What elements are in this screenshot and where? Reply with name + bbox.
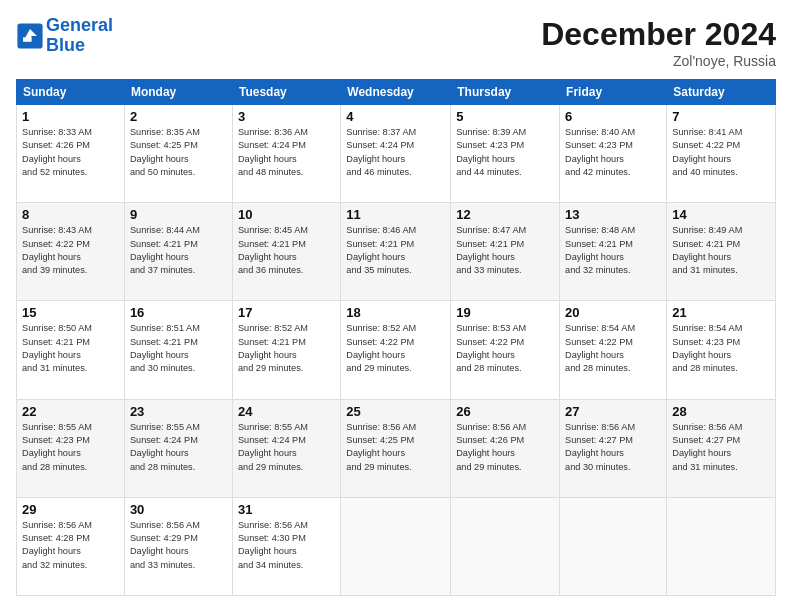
day-number: 12 (456, 207, 554, 222)
days-header-row: SundayMondayTuesdayWednesdayThursdayFrid… (17, 80, 776, 105)
day-info: Sunrise: 8:36 AMSunset: 4:24 PMDaylight … (238, 126, 335, 179)
day-number: 20 (565, 305, 661, 320)
title-area: December 2024 Zol'noye, Russia (541, 16, 776, 69)
day-info: Sunrise: 8:55 AMSunset: 4:24 PMDaylight … (238, 421, 335, 474)
day-number: 14 (672, 207, 770, 222)
calendar-body: 1Sunrise: 8:33 AMSunset: 4:26 PMDaylight… (17, 105, 776, 596)
day-header-sunday: Sunday (17, 80, 125, 105)
calendar-cell: 3Sunrise: 8:36 AMSunset: 4:24 PMDaylight… (232, 105, 340, 203)
day-number: 7 (672, 109, 770, 124)
logo-line2: Blue (46, 35, 85, 55)
day-info: Sunrise: 8:54 AMSunset: 4:23 PMDaylight … (672, 322, 770, 375)
day-number: 8 (22, 207, 119, 222)
calendar-cell: 4Sunrise: 8:37 AMSunset: 4:24 PMDaylight… (341, 105, 451, 203)
calendar-cell: 28Sunrise: 8:56 AMSunset: 4:27 PMDayligh… (667, 399, 776, 497)
logo-icon (16, 22, 44, 50)
calendar-cell: 29Sunrise: 8:56 AMSunset: 4:28 PMDayligh… (17, 497, 125, 595)
day-number: 13 (565, 207, 661, 222)
day-number: 22 (22, 404, 119, 419)
calendar-cell: 19Sunrise: 8:53 AMSunset: 4:22 PMDayligh… (451, 301, 560, 399)
day-info: Sunrise: 8:52 AMSunset: 4:21 PMDaylight … (238, 322, 335, 375)
day-info: Sunrise: 8:37 AMSunset: 4:24 PMDaylight … (346, 126, 445, 179)
logo: General Blue (16, 16, 113, 56)
day-info: Sunrise: 8:41 AMSunset: 4:22 PMDaylight … (672, 126, 770, 179)
day-number: 16 (130, 305, 227, 320)
calendar-cell: 30Sunrise: 8:56 AMSunset: 4:29 PMDayligh… (124, 497, 232, 595)
calendar-cell: 26Sunrise: 8:56 AMSunset: 4:26 PMDayligh… (451, 399, 560, 497)
day-header-saturday: Saturday (667, 80, 776, 105)
day-info: Sunrise: 8:46 AMSunset: 4:21 PMDaylight … (346, 224, 445, 277)
day-info: Sunrise: 8:51 AMSunset: 4:21 PMDaylight … (130, 322, 227, 375)
day-info: Sunrise: 8:56 AMSunset: 4:26 PMDaylight … (456, 421, 554, 474)
day-number: 31 (238, 502, 335, 517)
calendar-cell: 15Sunrise: 8:50 AMSunset: 4:21 PMDayligh… (17, 301, 125, 399)
logo-text: General Blue (46, 16, 113, 56)
day-number: 29 (22, 502, 119, 517)
calendar-cell: 31Sunrise: 8:56 AMSunset: 4:30 PMDayligh… (232, 497, 340, 595)
day-number: 6 (565, 109, 661, 124)
day-info: Sunrise: 8:48 AMSunset: 4:21 PMDaylight … (565, 224, 661, 277)
day-info: Sunrise: 8:56 AMSunset: 4:27 PMDaylight … (672, 421, 770, 474)
day-number: 25 (346, 404, 445, 419)
calendar-cell: 8Sunrise: 8:43 AMSunset: 4:22 PMDaylight… (17, 203, 125, 301)
day-info: Sunrise: 8:35 AMSunset: 4:25 PMDaylight … (130, 126, 227, 179)
calendar-cell: 21Sunrise: 8:54 AMSunset: 4:23 PMDayligh… (667, 301, 776, 399)
calendar-cell (667, 497, 776, 595)
calendar-cell: 22Sunrise: 8:55 AMSunset: 4:23 PMDayligh… (17, 399, 125, 497)
day-info: Sunrise: 8:56 AMSunset: 4:25 PMDaylight … (346, 421, 445, 474)
day-number: 4 (346, 109, 445, 124)
day-info: Sunrise: 8:50 AMSunset: 4:21 PMDaylight … (22, 322, 119, 375)
day-info: Sunrise: 8:55 AMSunset: 4:23 PMDaylight … (22, 421, 119, 474)
logo-line1: General (46, 15, 113, 35)
day-number: 23 (130, 404, 227, 419)
calendar-cell: 11Sunrise: 8:46 AMSunset: 4:21 PMDayligh… (341, 203, 451, 301)
calendar-cell: 13Sunrise: 8:48 AMSunset: 4:21 PMDayligh… (560, 203, 667, 301)
day-number: 10 (238, 207, 335, 222)
day-info: Sunrise: 8:54 AMSunset: 4:22 PMDaylight … (565, 322, 661, 375)
calendar-cell: 6Sunrise: 8:40 AMSunset: 4:23 PMDaylight… (560, 105, 667, 203)
day-number: 5 (456, 109, 554, 124)
calendar-cell (451, 497, 560, 595)
calendar-cell: 16Sunrise: 8:51 AMSunset: 4:21 PMDayligh… (124, 301, 232, 399)
svg-rect-2 (23, 37, 31, 41)
calendar-cell: 14Sunrise: 8:49 AMSunset: 4:21 PMDayligh… (667, 203, 776, 301)
location: Zol'noye, Russia (541, 53, 776, 69)
week-row-1: 1Sunrise: 8:33 AMSunset: 4:26 PMDaylight… (17, 105, 776, 203)
week-row-4: 22Sunrise: 8:55 AMSunset: 4:23 PMDayligh… (17, 399, 776, 497)
day-number: 27 (565, 404, 661, 419)
day-number: 11 (346, 207, 445, 222)
day-header-tuesday: Tuesday (232, 80, 340, 105)
calendar-cell: 9Sunrise: 8:44 AMSunset: 4:21 PMDaylight… (124, 203, 232, 301)
day-number: 21 (672, 305, 770, 320)
calendar-cell: 1Sunrise: 8:33 AMSunset: 4:26 PMDaylight… (17, 105, 125, 203)
day-info: Sunrise: 8:47 AMSunset: 4:21 PMDaylight … (456, 224, 554, 277)
day-info: Sunrise: 8:56 AMSunset: 4:30 PMDaylight … (238, 519, 335, 572)
day-info: Sunrise: 8:56 AMSunset: 4:29 PMDaylight … (130, 519, 227, 572)
day-number: 24 (238, 404, 335, 419)
day-number: 3 (238, 109, 335, 124)
calendar-cell: 23Sunrise: 8:55 AMSunset: 4:24 PMDayligh… (124, 399, 232, 497)
month-title: December 2024 (541, 16, 776, 53)
day-info: Sunrise: 8:43 AMSunset: 4:22 PMDaylight … (22, 224, 119, 277)
day-number: 9 (130, 207, 227, 222)
day-number: 1 (22, 109, 119, 124)
day-info: Sunrise: 8:49 AMSunset: 4:21 PMDaylight … (672, 224, 770, 277)
day-info: Sunrise: 8:52 AMSunset: 4:22 PMDaylight … (346, 322, 445, 375)
day-header-wednesday: Wednesday (341, 80, 451, 105)
day-header-friday: Friday (560, 80, 667, 105)
day-number: 15 (22, 305, 119, 320)
calendar-page: General Blue December 2024 Zol'noye, Rus… (0, 0, 792, 612)
calendar-cell (341, 497, 451, 595)
calendar-cell: 27Sunrise: 8:56 AMSunset: 4:27 PMDayligh… (560, 399, 667, 497)
day-number: 30 (130, 502, 227, 517)
calendar-cell: 7Sunrise: 8:41 AMSunset: 4:22 PMDaylight… (667, 105, 776, 203)
week-row-2: 8Sunrise: 8:43 AMSunset: 4:22 PMDaylight… (17, 203, 776, 301)
calendar-cell: 18Sunrise: 8:52 AMSunset: 4:22 PMDayligh… (341, 301, 451, 399)
calendar-cell: 12Sunrise: 8:47 AMSunset: 4:21 PMDayligh… (451, 203, 560, 301)
day-info: Sunrise: 8:55 AMSunset: 4:24 PMDaylight … (130, 421, 227, 474)
day-info: Sunrise: 8:56 AMSunset: 4:27 PMDaylight … (565, 421, 661, 474)
day-number: 28 (672, 404, 770, 419)
day-number: 26 (456, 404, 554, 419)
calendar-table: SundayMondayTuesdayWednesdayThursdayFrid… (16, 79, 776, 596)
day-info: Sunrise: 8:33 AMSunset: 4:26 PMDaylight … (22, 126, 119, 179)
